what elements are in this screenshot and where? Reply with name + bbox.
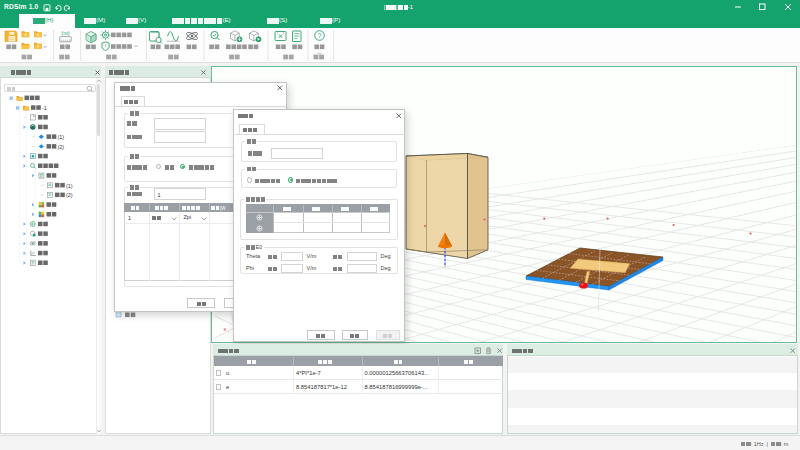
svg-text:(2): (2)	[66, 192, 73, 198]
svg-text:-1: -1	[42, 105, 47, 111]
svg-text:(2): (2)	[57, 144, 64, 150]
svg-text:x: x	[224, 326, 227, 332]
svg-text:(1): (1)	[57, 134, 64, 140]
svg-text:(m): (m)	[61, 30, 70, 36]
svg-text:(1): (1)	[66, 183, 73, 189]
svg-text:?: ?	[318, 32, 322, 39]
svg-text:!: !	[105, 43, 106, 49]
